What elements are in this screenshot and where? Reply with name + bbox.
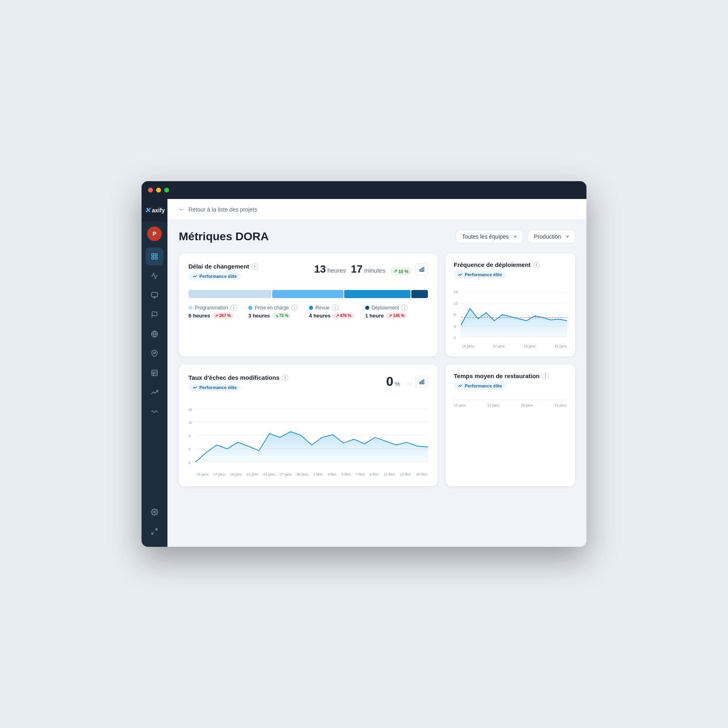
frequence-chart-container: 0 4 8 12 16 [454,284,567,348]
changement-hours-unit: heures [328,267,346,274]
svg-rect-18 [420,269,421,271]
legend-revue-info[interactable]: i [332,305,339,311]
page-header: Métriques DORA Toutes les équipes Produc… [179,230,575,243]
svg-rect-3 [155,257,157,259]
legend-deploiement-label: Déploiement i [365,305,408,311]
main-content: ← Retour à la liste des projets Métrique… [167,199,586,547]
frequence-area-chart: 0 4 8 12 16 [454,288,567,341]
svg-rect-32 [420,382,421,384]
svg-rect-11 [152,370,157,376]
svg-rect-34 [423,379,424,384]
legend-prise-dot [248,306,252,310]
frequence-info-icon[interactable]: i [533,262,540,268]
legend-revue-label: Revue i [309,305,354,311]
taux-chart-btn[interactable] [416,376,428,388]
header-filters: Toutes les équipes Production [456,230,575,243]
frequence-performance-badge: Performance élite [454,271,506,279]
svg-text:0: 0 [188,461,190,465]
changement-trend-badge: ↗ 10 % [390,267,412,275]
changement-minutes-unit: minutes [364,267,385,274]
metric-card-changement: Délai de changement i Performance élite [179,253,438,356]
taux-info-icon[interactable]: i [282,375,288,381]
browser-dot-green[interactable] [164,188,169,193]
chevron-down-icon [514,236,517,238]
sidebar-item-location[interactable] [146,345,163,362]
sidebar-logo: ✕ axify [142,199,167,222]
metric-card-taux: Taux d'échec des modifications i Perform… [179,364,438,486]
changement-chart-icon-btn[interactable] [416,263,428,275]
restauration-performance-badge: Performance élite [454,382,506,390]
svg-rect-1 [155,254,157,256]
metric-changement-title: Délai de changement i [188,263,258,270]
legend-revue-dot [309,306,313,310]
metrics-grid: Délai de changement i Performance élite [179,253,575,356]
taux-chart-container: 0 4 8 12 16 [188,395,428,476]
frequence-y-axis [454,284,567,288]
sidebar-item-settings[interactable] [146,503,163,521]
sidebar-item-wave[interactable] [146,403,163,421]
taux-unit: % [395,380,400,387]
svg-text:0: 0 [454,336,456,340]
changement-value-row: 13 heures 17 minutes ↗ 10 % [314,263,412,275]
back-arrow-icon: ← [179,206,185,213]
sidebar-item-table[interactable] [146,364,163,382]
metric-changement-header: Délai de changement i Performance élite [188,263,428,280]
bar-seg-prise [272,290,343,298]
avatar[interactable]: P [147,226,162,241]
legend-programmation-info[interactable]: i [231,305,237,311]
svg-rect-4 [152,292,158,297]
changement-performance-badge: Performance élite [188,272,241,280]
legend-programmation-value: 6 heures [188,313,210,319]
svg-rect-2 [152,257,154,259]
page-title: Métriques DORA [179,230,269,243]
sidebar-item-metrics[interactable] [146,286,163,304]
legend-prise-info[interactable]: i [291,305,298,311]
svg-rect-33 [421,381,422,384]
svg-text:4: 4 [188,448,190,451]
changement-hours-value: 13 [314,263,326,275]
legend-deploiement-info[interactable]: i [401,305,408,311]
restauration-x-axis: 15 janv. 17 janv. 19 janv. 21 janv. [454,403,567,407]
metric-card-restauration: Temps moyen de restauration i Performanc… [446,364,575,486]
sidebar-item-expand[interactable] [146,523,163,540]
taux-x-axis: 15 janv. 17 janv. 19 janv. 21 janv. 24 j… [188,472,428,476]
svg-text:16: 16 [454,290,458,294]
sidebar-item-flag[interactable] [146,306,163,324]
svg-point-10 [154,352,156,354]
sidebar: ✕ axify P [142,199,167,547]
taux-performance-badge: Performance élite [188,383,241,392]
svg-text:16: 16 [188,408,192,411]
browser-window: ✕ axify P [142,181,586,547]
frequence-x-axis: 15 janv. 17 janv. 19 janv. 21 janv. [454,344,567,348]
restauration-info-icon[interactable]: i [542,373,548,379]
filter-env-dropdown[interactable]: Production [528,230,575,243]
trend-up-icon: ↗ [394,269,397,274]
taux-value: 0 [386,374,394,389]
legend-deploiement: Déploiement i 1 heure ↗ 146 % [365,305,408,319]
logo-text: axify [152,207,165,214]
sidebar-item-chart[interactable] [146,267,163,285]
chevron-down-icon-2 [566,236,569,238]
svg-line-16 [155,529,157,531]
bar-legend: Programmation i 6 heures ↗ 267 % [188,305,428,319]
sidebar-item-globe[interactable] [146,325,163,343]
browser-topbar [142,181,586,199]
sidebar-nav [146,244,163,503]
browser-dot-red[interactable] [148,188,153,193]
changement-info-icon[interactable]: i [252,263,258,270]
svg-rect-19 [421,268,422,271]
taux-area-chart: 0 4 8 12 16 [188,401,428,466]
sidebar-item-dashboard[interactable] [146,248,163,265]
stacked-bar-chart: Programmation i 6 heures ↗ 267 % [188,290,428,319]
sidebar-item-analytics[interactable] [146,383,163,401]
svg-text:12: 12 [188,421,192,425]
logo-icon: ✕ [144,206,150,215]
browser-dot-yellow[interactable] [156,188,161,193]
svg-text:8: 8 [454,313,456,317]
legend-deploiement-badge: ↗ 146 % [386,313,407,319]
back-link[interactable]: ← Retour à la liste des projets [179,206,257,213]
filter-teams-dropdown[interactable]: Toutes les équipes [456,230,523,243]
svg-point-15 [154,511,156,513]
legend-prise-value: 3 heures [248,313,270,319]
restauration-title: Temps moyen de restauration i [454,372,567,379]
